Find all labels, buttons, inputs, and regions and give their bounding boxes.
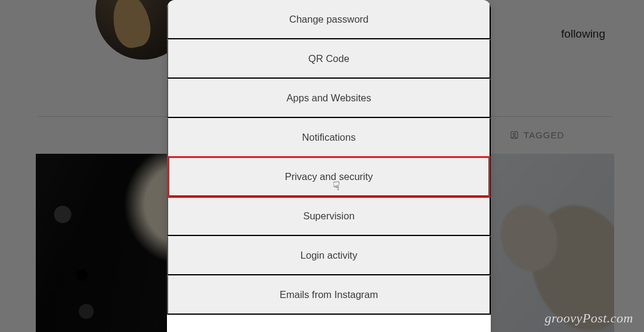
menu-item-privacy-security[interactable]: Privacy and security xyxy=(167,157,491,197)
menu-item-label: Supervision xyxy=(303,210,354,222)
menu-item-change-password[interactable]: Change password xyxy=(167,0,491,39)
menu-item-qr-code[interactable]: QR Code xyxy=(167,39,491,79)
settings-modal: Change password QR Code Apps and Website… xyxy=(167,0,491,332)
menu-item-label: Emails from Instagram xyxy=(280,289,378,300)
menu-item-label: Login activity xyxy=(301,250,357,261)
menu-item-label: Notifications xyxy=(302,132,356,143)
menu-item-label: Change password xyxy=(289,14,369,25)
menu-item-apps-websites[interactable]: Apps and Websites xyxy=(167,79,491,118)
menu-item-notifications[interactable]: Notifications xyxy=(167,118,491,157)
menu-item-login-activity[interactable]: Login activity xyxy=(167,236,491,275)
menu-item-label: Privacy and security xyxy=(285,171,373,182)
menu-item-label: QR Code xyxy=(308,53,349,64)
menu-item-supervision[interactable]: Supervision xyxy=(167,197,491,236)
menu-item-label: Apps and Websites xyxy=(287,92,371,104)
menu-item-emails-instagram[interactable]: Emails from Instagram xyxy=(167,275,491,315)
